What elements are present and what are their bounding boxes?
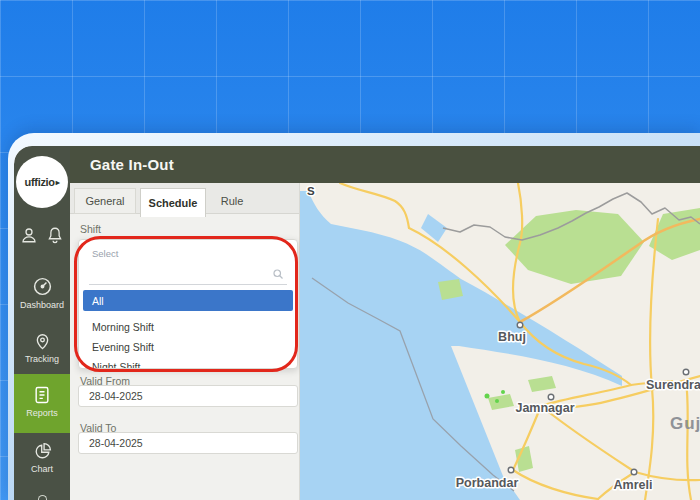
app-window: uffizio▸ Dashb [14, 146, 700, 500]
sidebar: uffizio▸ Dashb [14, 146, 70, 500]
sidebar-item-dashboard[interactable]: Dashboard [14, 276, 70, 310]
map-label-gujarat: Gujarat [670, 414, 700, 433]
shift-option-night[interactable]: Night Shift [79, 357, 297, 369]
tab-schedule[interactable]: Schedule [140, 188, 206, 217]
logo-arrow-icon: ▸ [56, 178, 60, 187]
search-icon [272, 268, 284, 280]
valid-from-input[interactable]: 28-04-2025 [78, 385, 298, 407]
page-header: Gate In-Out [70, 146, 700, 183]
map-label-amreli: Amreli [614, 478, 653, 492]
sidebar-item-label: Tracking [25, 354, 59, 364]
uffizio-logo[interactable]: uffizio▸ [16, 156, 68, 208]
logo-text: uffizio [25, 176, 55, 188]
notifications-bell-icon[interactable] [46, 226, 64, 244]
tab-general[interactable]: General [74, 188, 136, 214]
user-icon[interactable] [20, 226, 38, 244]
tracking-pin-icon [33, 332, 52, 351]
tab-bar: General Schedule Rule [70, 183, 299, 214]
sidebar-item-label: Dashboard [20, 300, 64, 310]
page-title: Gate In-Out [90, 156, 174, 173]
shift-option-all[interactable]: All [83, 290, 293, 311]
shift-label: Shift [80, 223, 101, 235]
sidebar-item-reports[interactable]: Reports [14, 374, 70, 433]
shift-dropdown-open: Select All Morning Shift Evening Shift N… [78, 239, 298, 369]
dashboard-gauge-icon [32, 276, 53, 297]
map-label-bhuj: Bhuj [498, 330, 526, 344]
chart-pie-icon [33, 442, 52, 461]
gate-settings-panel: General Schedule Rule Shift Select All M… [70, 183, 300, 500]
tab-rule[interactable]: Rule [210, 188, 254, 214]
screen: uffizio▸ Dashb [0, 0, 700, 500]
shift-option-evening[interactable]: Evening Shift [79, 337, 297, 357]
sidebar-item-tracking[interactable]: Tracking [14, 332, 70, 364]
reports-document-icon [32, 385, 52, 405]
valid-to-input[interactable]: 28-04-2025 [78, 432, 298, 454]
shift-search-input[interactable] [89, 262, 287, 285]
map-label-jamnagar: Jamnagar [515, 401, 574, 415]
map-label-partial: S [307, 185, 315, 197]
map-label-porbandar: Porbandar [456, 476, 519, 490]
shift-select-placeholder[interactable]: Select [79, 240, 297, 259]
map-canvas[interactable]: S Bhuj Jamnagar Surendranagar Porbandar … [300, 183, 700, 500]
sidebar-item-label: Reports [26, 408, 58, 418]
sidebar-item-label: Chart [31, 464, 53, 474]
shift-option-morning[interactable]: Morning Shift [79, 317, 297, 337]
sidebar-item-chart[interactable]: Chart [14, 442, 70, 474]
map-label-surendranagar: Surendranagar [646, 378, 700, 392]
sidebar-item-partial-icon[interactable] [38, 495, 47, 500]
